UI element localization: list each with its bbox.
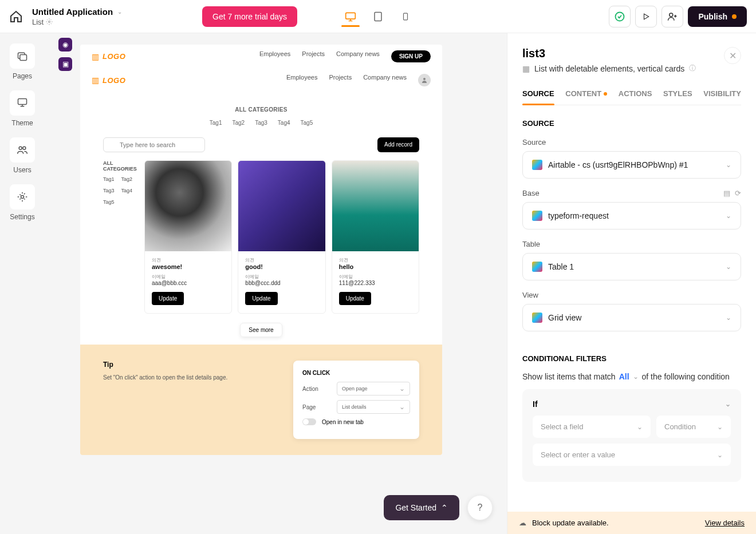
update-button[interactable]: Update [152, 292, 184, 305]
svg-point-0 [49, 21, 50, 23]
chevron-down-icon[interactable]: ⌄ [725, 400, 731, 408]
rail-settings[interactable]: Settings [10, 184, 35, 221]
lock-page-icon[interactable]: ▣ [58, 57, 72, 71]
card-label: 이메일 [245, 274, 318, 280]
svg-point-5 [670, 13, 673, 17]
side-tag-5[interactable]: Tag5 [103, 199, 115, 205]
rail-theme[interactable]: Theme [10, 90, 35, 127]
trial-button[interactable]: Get 7 more trial days [202, 6, 297, 27]
tab-actions[interactable]: ACTIONS [619, 89, 652, 105]
status-dot-icon [604, 92, 607, 96]
list-card[interactable]: 의견 awesome! 이메일 aaa@bbb.ccc Update [144, 160, 232, 314]
device-tablet-tab[interactable] [371, 6, 385, 27]
update-button[interactable]: Update [245, 292, 277, 305]
tip-card-heading: ON CLICK [302, 370, 410, 376]
add-record-button[interactable]: Add record [377, 137, 419, 152]
avatar-icon[interactable] [418, 74, 431, 86]
rail-settings-label: Settings [10, 213, 34, 221]
chevron-down-icon[interactable]: ⌄ [117, 9, 122, 15]
grid-icon: ▦ [522, 64, 530, 73]
tag-4[interactable]: Tag4 [278, 120, 290, 126]
nav-employees[interactable]: Employees [259, 50, 290, 62]
chevron-down-icon: ⌄ [399, 403, 405, 411]
globe-page-icon[interactable]: ◉ [58, 38, 72, 52]
refresh-icon[interactable]: ⟳ [735, 189, 741, 197]
side-tag-3[interactable]: Tag3 [103, 188, 115, 193]
gear-icon[interactable] [46, 18, 53, 25]
tip-page-label: Page [302, 404, 331, 410]
view-select[interactable]: Grid view ⌄ [522, 304, 741, 331]
check-status-button[interactable] [609, 6, 631, 27]
banner-text: Block update available. [532, 519, 609, 527]
device-desktop-tab[interactable] [344, 6, 357, 27]
view-details-link[interactable]: View details [705, 519, 745, 527]
logo-secondary[interactable]: ▥ LOGO [92, 76, 125, 85]
list-card[interactable]: 의견 hello 이메일 111@222.333 Update [332, 160, 419, 314]
tab-content[interactable]: CONTENT [565, 89, 607, 105]
open-new-tab-label: Open in new tab [322, 419, 364, 425]
base-select[interactable]: typeform-request ⌄ [522, 202, 741, 230]
tab-styles[interactable]: STYLES [663, 89, 692, 105]
cond-all-link[interactable]: All [619, 372, 629, 381]
help-icon[interactable]: ⓘ [689, 64, 696, 73]
publish-label: Publish [698, 12, 727, 21]
help-button[interactable]: ? [467, 495, 493, 520]
chevron-up-icon: ⌃ [441, 503, 448, 512]
signup-button[interactable]: SIGN UP [391, 50, 431, 62]
app-title[interactable]: Untitled Application [32, 7, 113, 17]
logo-icon: ▥ [92, 76, 99, 85]
cond-value-input[interactable]: Select or enter a value⌄ [533, 444, 731, 466]
add-user-button[interactable] [662, 6, 683, 27]
nav-projects-2[interactable]: Projects [329, 74, 352, 86]
rail-pages[interactable]: Pages [10, 43, 35, 80]
cond-condition-select[interactable]: Condition⌄ [656, 416, 731, 438]
tag-1[interactable]: Tag1 [210, 120, 222, 126]
table-icon[interactable]: ▤ [723, 189, 730, 197]
nav-projects[interactable]: Projects [302, 50, 325, 62]
tag-3[interactable]: Tag3 [255, 120, 267, 126]
tag-2[interactable]: Tag2 [232, 120, 245, 126]
table-select[interactable]: Table 1 ⌄ [522, 253, 741, 280]
svg-point-11 [21, 196, 24, 199]
nav-employees-2[interactable]: Employees [286, 74, 317, 86]
update-button[interactable]: Update [339, 292, 371, 305]
svg-rect-1 [346, 13, 356, 19]
source-select[interactable]: Airtable - cs (usrt9gElRHBOPbWnp) #1 ⌄ [522, 151, 741, 179]
chevron-down-icon[interactable]: ⌄ [633, 373, 639, 381]
card-label: 의견 [152, 257, 225, 263]
open-new-tab-toggle[interactable] [302, 418, 316, 425]
side-tag-1[interactable]: Tag1 [103, 176, 115, 182]
airtable-icon [532, 262, 542, 272]
get-started-button[interactable]: Get Started ⌃ [384, 495, 459, 520]
tip-heading: Tip [103, 361, 270, 369]
app-subtitle[interactable]: List [32, 18, 44, 26]
publish-button[interactable]: Publish [688, 6, 747, 27]
tab-source[interactable]: SOURCE [522, 89, 554, 105]
rail-users[interactable]: Users [10, 137, 35, 174]
section-filters-heading: CONDITIONAL FILTERS [522, 354, 741, 363]
cond-if-label: If [533, 399, 538, 409]
nav-company-news-2[interactable]: Company news [363, 74, 407, 86]
chevron-down-icon: ⌄ [637, 423, 643, 431]
preview-canvas: ▥ LOGO Employees Projects Company news S… [80, 45, 442, 455]
see-more-button[interactable]: See more [240, 323, 282, 337]
tag-5[interactable]: Tag5 [301, 120, 313, 126]
side-tag-4[interactable]: Tag4 [121, 188, 133, 193]
tip-page-select[interactable]: List details⌄ [337, 400, 410, 414]
preview-button[interactable] [635, 6, 657, 27]
search-input[interactable] [103, 137, 205, 152]
tab-visibility[interactable]: VISIBILITY [703, 89, 741, 105]
nav-company-news[interactable]: Company news [336, 50, 380, 62]
side-tag-2[interactable]: Tag2 [121, 176, 133, 182]
source-label: Source [522, 138, 546, 147]
device-mobile-tab[interactable] [399, 6, 412, 27]
logo[interactable]: ▥ LOGO [92, 52, 125, 61]
home-icon[interactable] [9, 10, 23, 23]
card-value: awesome! [152, 263, 225, 270]
list-card[interactable]: 의견 good! 이메일 bbb@ccc.ddd Update [238, 160, 325, 314]
tip-action-select[interactable]: Open page⌄ [337, 382, 410, 395]
cond-field-select[interactable]: Select a field⌄ [533, 416, 651, 438]
update-banner: ☁ Block update available. View details [507, 512, 756, 534]
svg-rect-3 [404, 13, 408, 20]
close-button[interactable]: ✕ [724, 47, 741, 64]
